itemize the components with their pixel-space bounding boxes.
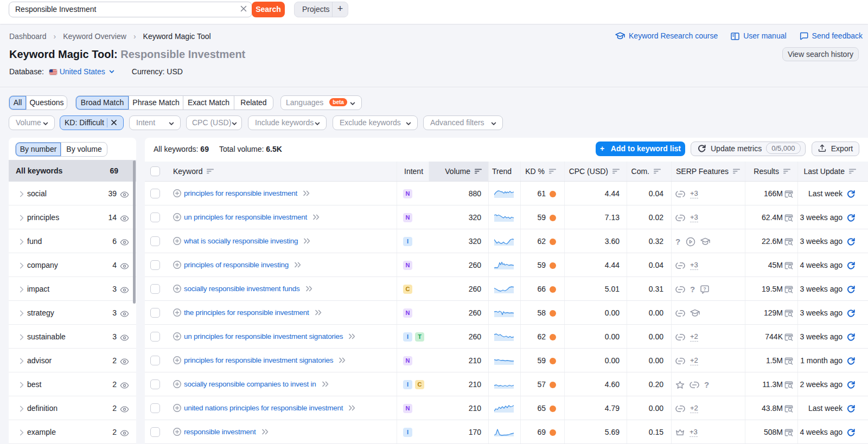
- svg-text:?: ?: [703, 286, 706, 291]
